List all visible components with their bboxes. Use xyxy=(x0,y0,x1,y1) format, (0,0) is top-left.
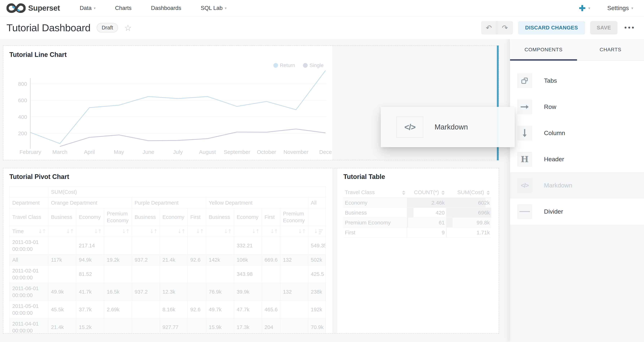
pivot-data-row: 2011-03-01 00:00:00217.14332.21549.35 xyxy=(10,237,326,254)
nav-item-label: Charts xyxy=(115,5,132,12)
column-header[interactable]: COUNT(*) xyxy=(407,187,446,198)
pivot-value-cell: 49.9k xyxy=(48,283,76,301)
pivot-value-cell xyxy=(104,318,132,333)
sort-icon[interactable]: ↓↑ xyxy=(177,228,185,235)
column-icon xyxy=(517,126,532,140)
line-chart: 800600400200FebruaryMarchAprilMayJuneJul… xyxy=(7,69,330,160)
sort-icon[interactable]: ↓↑ xyxy=(150,228,157,235)
component-item-markdown: </>Markdown xyxy=(510,172,644,198)
pivot-value-cell xyxy=(188,283,206,301)
sum-cell: 696k xyxy=(446,208,491,218)
legend-item-single[interactable]: Single xyxy=(303,62,324,68)
redo-button[interactable]: ↷ xyxy=(497,21,513,34)
row-icon xyxy=(517,100,532,114)
pivot-data-row: 2011-04-01 00:00:0021.4k15.2k927.7715.9k… xyxy=(10,318,326,333)
pivot-data-row: 2011-02-01 00:00:0081.52343.98425.5 xyxy=(10,265,326,283)
sort-icon[interactable]: ↓↑ xyxy=(252,228,259,235)
sum-cell: 602k xyxy=(446,198,491,208)
pivot-value-cell: 192k xyxy=(308,301,326,318)
svg-text:October: October xyxy=(257,149,276,155)
pivot-class-header: Business xyxy=(206,208,234,226)
pivot-data-row: 2011-06-01 00:00:0049.9k41.7k16.5k937.21… xyxy=(10,283,326,301)
line-chart-panel[interactable]: Tutorial Line Chart ReturnSingle 8006004… xyxy=(3,46,332,160)
sum-cell: 99.8k xyxy=(446,218,491,228)
sort-icon[interactable]: ↓↑ xyxy=(224,228,231,235)
settings-menu[interactable]: Settings ▾ xyxy=(607,5,633,12)
infinity-logo-icon xyxy=(6,3,26,13)
new-item-button[interactable]: ▾ xyxy=(578,4,590,12)
component-item-divider[interactable]: Divider xyxy=(510,198,644,225)
pivot-value-cell xyxy=(188,237,206,254)
nav-item-charts[interactable]: Charts xyxy=(115,5,132,12)
sort-icon[interactable]: ↓↑ xyxy=(270,228,278,235)
pivot-value-cell: 927.77 xyxy=(160,318,188,333)
column-header[interactable]: Travel Class xyxy=(344,187,407,198)
component-item-tabs[interactable]: Tabs xyxy=(510,68,644,94)
pivot-value-cell xyxy=(132,237,160,254)
dragged-markdown-card[interactable]: </> Markdown xyxy=(381,107,515,147)
pivot-value-cell: 332.21 xyxy=(234,237,262,254)
table-chart-panel[interactable]: Tutorial Table Travel ClassCOUNT(*)SUM(C… xyxy=(337,168,499,333)
undo-button[interactable]: ↶ xyxy=(481,21,497,34)
pivot-class-header: Business xyxy=(48,208,76,226)
sort-icon[interactable]: ↓↑ xyxy=(196,228,203,235)
pivot-group-header: Yellow Department xyxy=(206,197,308,208)
discard-changes-button[interactable]: DISCARD CHANGES xyxy=(518,21,585,34)
page-title[interactable]: Tutorial Dashboard xyxy=(6,22,90,34)
sort-icon[interactable]: ↓↑ xyxy=(66,228,74,235)
sort-icon[interactable]: ↓↑ xyxy=(38,228,46,235)
nav-item-sql-lab[interactable]: SQL Lab▾ xyxy=(201,5,226,12)
sort-amount-icon[interactable]: ↓ xyxy=(314,228,323,235)
nav-item-dashboards[interactable]: Dashboards xyxy=(151,5,181,12)
svg-text:April: April xyxy=(84,149,95,155)
pivot-value-cell: 70.9k xyxy=(308,318,326,333)
pivot-value-cell: 502k xyxy=(308,254,326,265)
pivot-value-cell: 45.5k xyxy=(48,301,76,318)
save-button[interactable]: SAVE xyxy=(590,21,618,34)
chevron-down-icon: ▾ xyxy=(631,6,633,10)
pivot-value-cell: 425.5 xyxy=(308,265,326,283)
travel-class-cell: First xyxy=(344,228,407,238)
superset-logo[interactable]: Superset xyxy=(6,3,60,13)
pivot-value-cell: 92.6 xyxy=(188,301,206,318)
sort-carets-icon[interactable] xyxy=(486,190,490,195)
sort-carets-icon[interactable] xyxy=(442,190,445,195)
pivot-value-cell: 937.2 xyxy=(132,254,160,265)
pivot-value-cell xyxy=(262,237,280,254)
count-cell: 9 xyxy=(407,228,446,238)
pivot-time-cell: 2011-03-01 00:00:00 xyxy=(10,237,48,254)
sort-icon[interactable]: ↓↑ xyxy=(298,228,305,235)
sort-icon[interactable]: ↓↑ xyxy=(94,228,101,235)
legend-item-return[interactable]: Return xyxy=(273,62,295,68)
travel-class-cell: Premium Economy xyxy=(344,218,407,228)
divider-icon xyxy=(517,204,532,219)
pivot-value-cell xyxy=(206,265,234,283)
pivot-value-cell xyxy=(188,265,206,283)
pivot-value-cell: 94.9k xyxy=(76,254,104,265)
pivot-value-cell: 37.7k xyxy=(76,301,104,318)
nav-item-data[interactable]: Data▾ xyxy=(80,5,96,12)
pivot-data-row: 2011-05-01 00:00:0045.5k37.7k2.69k8.16k9… xyxy=(10,301,326,318)
favorite-star-icon[interactable]: ☆ xyxy=(124,23,132,33)
pivot-metric-header: SUM(Cost) xyxy=(48,186,326,197)
overflow-menu-icon[interactable]: ••• xyxy=(624,24,635,32)
sort-carets-icon[interactable] xyxy=(402,190,405,195)
pivot-chart-panel[interactable]: Tutorial Pivot Chart SUM(Cost)Department… xyxy=(3,168,332,333)
component-item-column[interactable]: Column xyxy=(510,120,644,146)
sort-icon[interactable]: ↓↑ xyxy=(122,228,129,235)
component-item-label: Header xyxy=(544,156,564,163)
pivot-value-cell xyxy=(188,318,206,333)
pivot-value-cell: 47.7k xyxy=(234,301,262,318)
column-header[interactable]: SUM(Cost) xyxy=(446,187,491,198)
component-item-row[interactable]: Row xyxy=(510,94,644,120)
legend-dot-icon xyxy=(303,63,308,68)
undo-redo-group: ↶ ↷ xyxy=(481,21,513,34)
settings-label: Settings xyxy=(607,5,629,12)
svg-text:600: 600 xyxy=(18,97,27,103)
pivot-value-cell: 16.5k xyxy=(104,283,132,301)
tab-components[interactable]: COMPONENTS xyxy=(510,39,577,60)
component-item-header[interactable]: HHeader xyxy=(510,146,644,172)
count-cell: 2.46k xyxy=(407,198,446,208)
pivot-time-cell: 2011-05-01 00:00:00 xyxy=(10,301,48,318)
tab-charts[interactable]: CHARTS xyxy=(577,39,644,60)
